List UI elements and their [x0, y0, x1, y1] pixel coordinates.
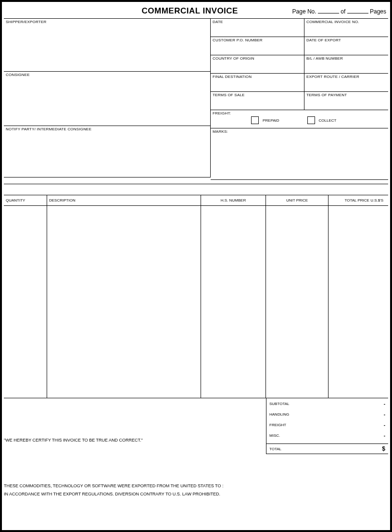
total-label: TOTAL: [269, 447, 281, 451]
freight-total-label: FREIGHT: [269, 423, 286, 427]
header-row: COMMERCIAL INVOICE Page No. of Pages: [4, 4, 388, 18]
left-column: SHIPPER/EXPORTER CONSIGNEE NOTIFY PARTY/…: [4, 19, 211, 180]
col-total-price-header: TOTAL PRICE U.S.$'S: [329, 195, 388, 205]
top-grid: SHIPPER/EXPORTER CONSIGNEE NOTIFY PARTY/…: [4, 18, 388, 180]
items-table-header: QUANTITY DESCRIPTION H.S. NUMBER UNIT PR…: [4, 195, 388, 206]
subtotal-label: SUBTOTAL: [269, 402, 290, 406]
invoice-page: COMMERCIAL INVOICE Page No. of Pages SHI…: [0, 0, 392, 532]
certification-area: "WE HEREBY CERTIFY THIS INVOICE TO BE TR…: [4, 398, 266, 454]
shipper-exporter-box[interactable]: SHIPPER/EXPORTER: [4, 19, 211, 72]
terms-payment-label: TERMS OF PAYMENT: [306, 93, 386, 97]
collect-label: COLLECT: [319, 118, 337, 123]
col-unit-price-body[interactable]: [266, 206, 329, 398]
pages-total-field[interactable]: [347, 8, 368, 13]
right-column: DATE COMMERCIAL INVOICE NO. CUSTOMER P.O…: [211, 19, 388, 180]
handling-label: HANDLING: [269, 412, 289, 417]
subtotal-value[interactable]: -: [384, 401, 385, 406]
export-notices: THESE COMMODITIES, TECHNOLOGY OR SOFTWAR…: [4, 482, 388, 498]
export-route-label: EXPORT ROUTE / CARRIER: [306, 75, 386, 79]
notice-line-2: IN ACCORDANCE WITH THE EXPORT REGULATION…: [4, 490, 388, 498]
bl-awb-label: B/L / AWB NUMBER: [306, 56, 386, 61]
consignee-box[interactable]: CONSIGNEE: [4, 72, 211, 126]
handling-value[interactable]: -: [384, 412, 385, 417]
total-value[interactable]: $: [382, 445, 385, 452]
pages-label: Pages: [370, 8, 386, 15]
collect-checkbox[interactable]: [307, 116, 315, 124]
final-destination-label: FINAL DESTINATION: [213, 75, 302, 79]
shipper-label: SHIPPER/EXPORTER: [6, 20, 208, 24]
invoice-no-box[interactable]: COMMERCIAL INVOICE NO.: [304, 19, 388, 37]
notify-party-box[interactable]: NOTIFY PARTY/ INTERMEDIATE CONSIGNEE: [4, 126, 211, 177]
freight-row: FREIGHT: PREPAID COLLECT: [211, 110, 388, 128]
customer-po-label: CUSTOMER P.O. NUMBER: [213, 38, 302, 42]
page-no-label: Page No.: [292, 8, 316, 15]
col-quantity-body[interactable]: [4, 206, 47, 398]
total-row: TOTAL $: [266, 443, 388, 454]
marks-box[interactable]: MARKS:: [211, 128, 388, 180]
subtotal-row: SUBTOTAL -: [266, 398, 388, 409]
items-table-body[interactable]: [4, 206, 388, 398]
freight-label: FREIGHT:: [213, 111, 386, 115]
prepaid-label: PREPAID: [263, 118, 279, 123]
marks-label: MARKS:: [213, 129, 386, 134]
col-unit-price-header: UNIT PRICE: [266, 195, 329, 205]
terms-sale-box[interactable]: TERMS OF SALE: [211, 92, 304, 110]
consignee-label: CONSIGNEE: [6, 73, 208, 77]
col-hs-body[interactable]: [201, 206, 266, 398]
terms-payment-box[interactable]: TERMS OF PAYMENT: [304, 92, 388, 110]
of-label: of: [341, 8, 345, 15]
separator-band: [4, 184, 388, 195]
terms-sale-label: TERMS OF SALE: [213, 93, 302, 97]
customer-po-box[interactable]: CUSTOMER P.O. NUMBER: [211, 37, 304, 55]
final-destination-box[interactable]: FINAL DESTINATION: [211, 74, 304, 92]
page-number-area: Page No. of Pages: [292, 8, 386, 15]
certification-text: "WE HEREBY CERTIFY THIS INVOICE TO BE TR…: [4, 438, 266, 443]
export-route-box[interactable]: EXPORT ROUTE / CARRIER: [304, 74, 388, 92]
col-quantity-header: QUANTITY: [4, 195, 47, 205]
freight-total-row: FREIGHT -: [266, 419, 388, 430]
prepaid-checkbox[interactable]: [251, 116, 259, 124]
date-box[interactable]: DATE: [211, 19, 304, 37]
misc-value[interactable]: -: [384, 433, 385, 438]
totals-box: SUBTOTAL - HANDLING - FREIGHT - MISC. - …: [266, 398, 388, 454]
misc-label: MISC.: [269, 433, 280, 438]
export-date-box[interactable]: DATE OF EXPORT: [304, 37, 388, 55]
country-origin-label: COUNTRY OF ORIGIN: [213, 56, 302, 61]
bl-awb-box[interactable]: B/L / AWB NUMBER: [304, 55, 388, 74]
export-date-label: DATE OF EXPORT: [306, 38, 386, 42]
country-origin-box[interactable]: COUNTRY OF ORIGIN: [211, 55, 304, 74]
bottom-area: "WE HEREBY CERTIFY THIS INVOICE TO BE TR…: [4, 398, 388, 454]
freight-total-value[interactable]: -: [384, 422, 385, 428]
handling-row: HANDLING -: [266, 409, 388, 419]
col-hs-header: H.S. NUMBER: [201, 195, 266, 205]
page-title: COMMERCIAL INVOICE: [6, 6, 292, 16]
col-total-price-body[interactable]: [329, 206, 388, 398]
notice-line-1: THESE COMMODITIES, TECHNOLOGY OR SOFTWAR…: [4, 482, 388, 490]
invoice-no-label: COMMERCIAL INVOICE NO.: [306, 20, 386, 24]
page-no-field[interactable]: [318, 8, 339, 13]
misc-row: MISC. -: [266, 430, 388, 441]
col-description-header: DESCRIPTION: [47, 195, 201, 205]
notify-label: NOTIFY PARTY/ INTERMEDIATE CONSIGNEE: [6, 127, 208, 131]
date-label: DATE: [213, 20, 302, 24]
col-description-body[interactable]: [47, 206, 201, 398]
